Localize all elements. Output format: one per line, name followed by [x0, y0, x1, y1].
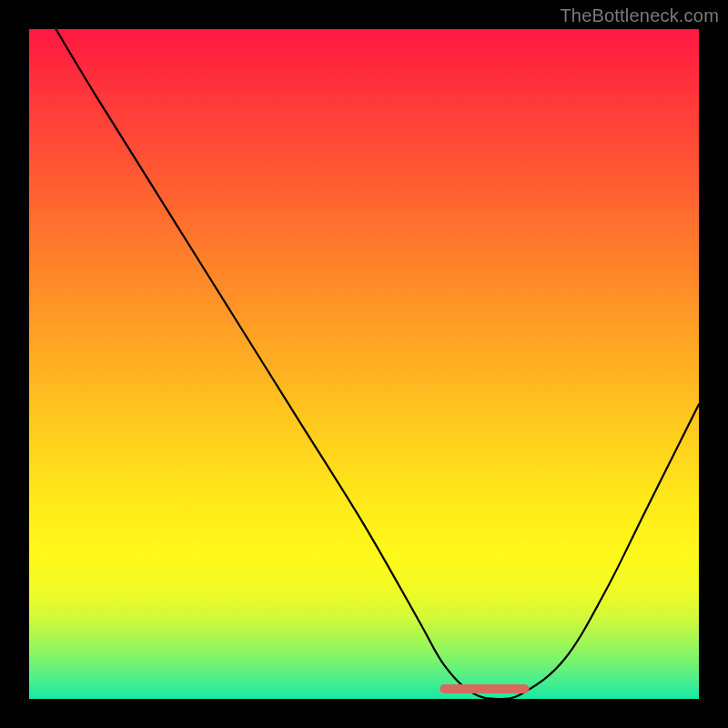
bottleneck-curve — [56, 29, 699, 699]
curve-svg — [29, 29, 699, 699]
watermark-text: TheBottleneck.com — [560, 5, 719, 26]
plot-area — [29, 29, 699, 699]
chart-frame: TheBottleneck.com — [0, 0, 728, 728]
